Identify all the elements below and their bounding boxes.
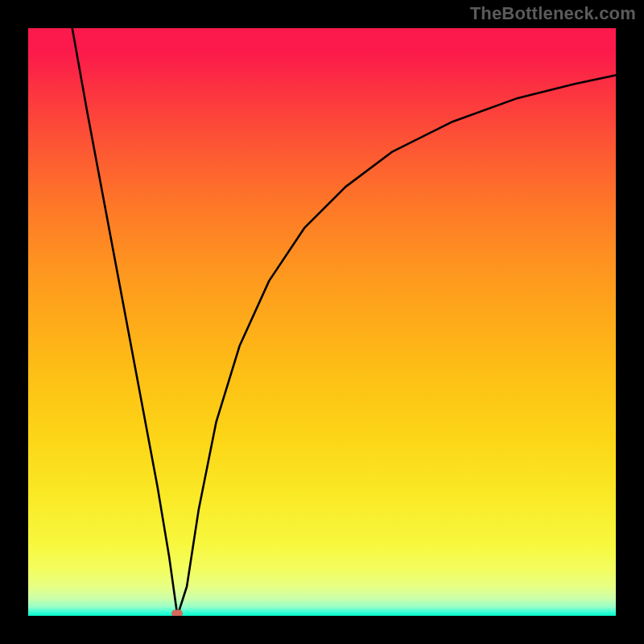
bottleneck-curve [72, 28, 616, 616]
watermark-text: TheBottleneck.com [470, 3, 636, 24]
curve-svg [28, 28, 616, 616]
plot-area [28, 28, 616, 616]
chart-frame: TheBottleneck.com [0, 0, 644, 644]
minimum-marker-icon [171, 610, 183, 617]
